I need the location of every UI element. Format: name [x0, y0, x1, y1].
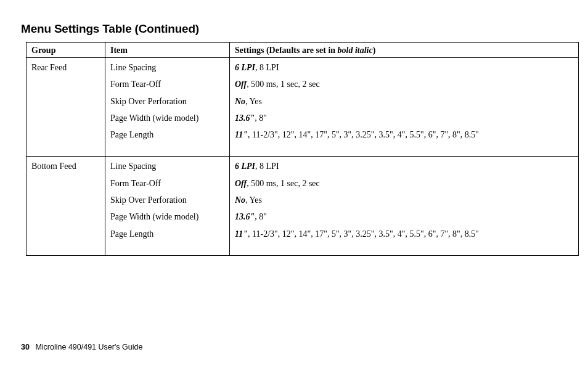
setting-default: 6 LPI	[235, 162, 255, 171]
table-row: Rear Feed Line Spacing 6 LPI, 8 LPI	[27, 58, 579, 76]
settings-cell: Off, 500 ms, 1 sec, 2 sec	[230, 175, 579, 192]
page-title: Menu Settings Table (Continued)	[21, 22, 574, 36]
setting-rest: , 8"	[255, 212, 267, 221]
setting-rest: , 8"	[255, 113, 267, 123]
item-name: Page Width (wide model)	[105, 110, 230, 126]
settings-cell: No, Yes	[230, 192, 579, 208]
setting-default: 6 LPI	[235, 63, 255, 72]
table-row: Skip Over Perforation No, Yes	[27, 93, 579, 110]
group-name: Rear Feed	[27, 58, 105, 76]
setting-rest: , 8 LPI	[255, 63, 279, 72]
document-page: Menu Settings Table (Continued) Group It…	[0, 0, 588, 381]
setting-default: 11"	[235, 130, 248, 139]
settings-cell: Off, 500 ms, 1 sec, 2 sec	[230, 76, 579, 92]
setting-default: 13.6"	[235, 113, 255, 123]
header-settings: Settings (Defaults are set in bold itali…	[230, 43, 579, 58]
item-name: Page Width (wide model)	[105, 208, 230, 225]
table-row: Page Width (wide model) 13.6", 8"	[27, 110, 579, 126]
setting-default: No	[235, 195, 245, 205]
settings-cell: 11", 11-2/3", 12", 14", 17", 5", 3", 3.2…	[230, 126, 579, 157]
setting-rest: , 8 LPI	[255, 162, 279, 171]
header-settings-suffix: )	[373, 46, 376, 55]
table-row: Page Length 11", 11-2/3", 12", 14", 17",…	[27, 226, 579, 256]
item-name: Page Length	[105, 226, 230, 256]
settings-cell: 6 LPI, 8 LPI	[230, 157, 579, 175]
item-name: Line Spacing	[105, 58, 230, 76]
page-number: 30	[21, 343, 30, 351]
setting-rest: , Yes	[245, 195, 262, 205]
settings-table: Group Item Settings (Defaults are set in…	[26, 42, 579, 256]
page-footer: 30 Microline 490/491 User's Guide	[21, 343, 142, 351]
table-body: Rear Feed Line Spacing 6 LPI, 8 LPI Form…	[27, 58, 579, 256]
setting-rest: , Yes	[245, 97, 262, 106]
setting-default: No	[235, 97, 245, 106]
header-settings-prefix: Settings (Defaults are set in	[235, 46, 338, 55]
settings-cell: 6 LPI, 8 LPI	[230, 58, 579, 76]
item-name: Form Tear-Off	[105, 175, 230, 192]
item-name: Skip Over Perforation	[105, 93, 230, 110]
settings-cell: No, Yes	[230, 93, 579, 110]
item-name: Line Spacing	[105, 157, 230, 175]
setting-default: 13.6"	[235, 212, 255, 221]
settings-cell: 11", 11-2/3", 12", 14", 17", 5", 3", 3.2…	[230, 226, 579, 256]
header-item: Item	[105, 43, 230, 58]
item-name: Form Tear-Off	[105, 76, 230, 92]
table-header-row: Group Item Settings (Defaults are set in…	[27, 43, 579, 58]
setting-default: Off	[235, 179, 247, 188]
table-row: Page Length 11", 11-2/3", 12", 14", 17",…	[27, 126, 579, 157]
group-name: Bottom Feed	[27, 157, 105, 175]
setting-rest: , 500 ms, 1 sec, 2 sec	[247, 80, 320, 89]
item-name: Page Length	[105, 126, 230, 157]
setting-rest: , 11-2/3", 12", 14", 17", 5", 3", 3.25",…	[248, 130, 479, 139]
table-row: Skip Over Perforation No, Yes	[27, 192, 579, 208]
setting-rest: , 500 ms, 1 sec, 2 sec	[247, 179, 320, 188]
settings-cell: 13.6", 8"	[230, 110, 579, 126]
header-settings-emph: bold italic	[338, 46, 373, 55]
table-row: Form Tear-Off Off, 500 ms, 1 sec, 2 sec	[27, 76, 579, 92]
table-row: Form Tear-Off Off, 500 ms, 1 sec, 2 sec	[27, 175, 579, 192]
table-row: Page Width (wide model) 13.6", 8"	[27, 208, 579, 225]
header-group: Group	[27, 43, 105, 58]
setting-default: Off	[235, 80, 247, 89]
setting-default: 11"	[235, 229, 248, 239]
setting-rest: , 11-2/3", 12", 14", 17", 5", 3", 3.25",…	[248, 229, 479, 239]
settings-cell: 13.6", 8"	[230, 208, 579, 225]
item-name: Skip Over Perforation	[105, 192, 230, 208]
book-title: Microline 490/491 User's Guide	[35, 343, 142, 351]
table-row: Bottom Feed Line Spacing 6 LPI, 8 LPI	[27, 157, 579, 175]
